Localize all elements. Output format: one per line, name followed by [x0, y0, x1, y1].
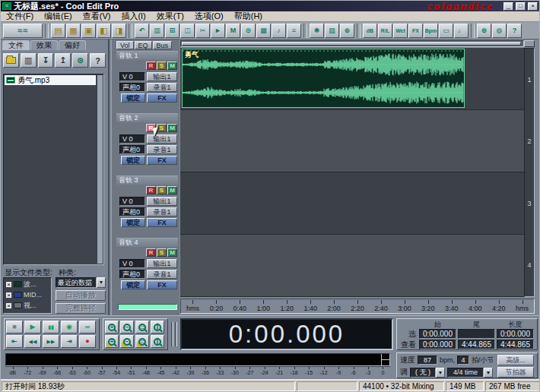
output-button[interactable]: 输出1: [147, 134, 177, 144]
block-edit-button[interactable]: ▭: [439, 24, 453, 38]
pan-field[interactable]: 声相0: [119, 270, 145, 279]
new-session-button[interactable]: ▤: [51, 24, 65, 38]
fullpath-button[interactable]: 完整路径: [56, 303, 106, 314]
audio-clip[interactable]: 勇气: [182, 49, 465, 108]
selection-end-field[interactable]: [458, 329, 495, 339]
sort-select[interactable]: 最近的数据 ▼: [56, 277, 106, 288]
play-looped-button[interactable]: ◉: [61, 321, 78, 334]
zoom-selection-edge-button[interactable]: ┃: [151, 335, 164, 348]
menu-item[interactable]: 帮助(H): [229, 11, 268, 21]
speed-field[interactable]: 87: [418, 356, 437, 365]
tab-bus[interactable]: Bus: [153, 41, 173, 49]
solo-button[interactable]: S: [157, 248, 167, 257]
record-arm-button[interactable]: R: [146, 248, 156, 257]
rewind-button[interactable]: ◀◀: [24, 335, 41, 348]
tab-vol[interactable]: Vol: [116, 41, 134, 49]
menu-item[interactable]: 编辑(E): [39, 11, 78, 21]
loop-duplicate-button[interactable]: ▨: [325, 24, 339, 38]
track-title[interactable]: 音轨 3: [116, 175, 178, 185]
fx-button[interactable]: FX: [147, 156, 177, 165]
file-list-item[interactable]: 勇气.mp3: [5, 75, 96, 85]
tab-eq[interactable]: EQ: [135, 41, 152, 49]
filter-row-video[interactable]: × 视...: [5, 300, 49, 311]
menu-item[interactable]: 选项(O): [189, 11, 229, 21]
volume-field[interactable]: V 0: [119, 72, 145, 81]
zoom-to-selection-button[interactable]: ┃: [151, 321, 164, 334]
chevron-down-icon[interactable]: ▼: [436, 368, 445, 378]
timeline-ruler[interactable]: hms0:200:401:001:201:402:002:202:403:003…: [180, 299, 535, 314]
chevron-down-icon[interactable]: ▼: [484, 368, 493, 378]
tab-favorites[interactable]: 偏好: [59, 40, 86, 50]
output-button[interactable]: 输出1: [147, 259, 177, 268]
key-select[interactable]: ( 无 ) ▼: [410, 368, 445, 378]
fx-button[interactable]: FX: [147, 280, 177, 289]
fast-forward-button[interactable]: ▶▶: [43, 335, 59, 348]
time-display[interactable]: 0:00.000: [180, 318, 393, 350]
grid-snap-button[interactable]: ▩: [256, 24, 271, 38]
help-button[interactable]: ?: [507, 24, 522, 38]
volume-envelope-button[interactable]: dB: [363, 24, 377, 38]
zoom-in-left-edge-button[interactable]: +: [105, 335, 119, 348]
track-lane-2[interactable]: [180, 110, 524, 172]
level-meter[interactable]: [5, 353, 390, 366]
output-button[interactable]: 输出1: [147, 72, 177, 81]
solo-button[interactable]: S: [157, 186, 167, 194]
close-button[interactable]: ×: [528, 2, 538, 11]
track-lane-1[interactable]: 勇气: [180, 48, 524, 110]
menu-item[interactable]: 效果(T): [151, 11, 189, 21]
filter-row-wave[interactable]: × 波...: [5, 279, 49, 289]
go-to-end-button[interactable]: ⇥: [61, 335, 78, 348]
zoom-out-full-button[interactable]: ▭: [135, 335, 149, 348]
view-end-field[interactable]: 4:44.865: [458, 340, 495, 349]
midi-filter-checkbox[interactable]: ×: [5, 292, 12, 299]
insert-cdlist-button[interactable]: ↥: [55, 53, 71, 68]
mute-button[interactable]: M: [167, 186, 177, 194]
mute-button[interactable]: M: [167, 62, 177, 70]
clip-lock-button[interactable]: ♪: [272, 24, 286, 38]
menu-item[interactable]: 文件(F): [1, 11, 39, 21]
window-grid-button[interactable]: ⊞: [165, 24, 179, 38]
track-title[interactable]: 音轨 2: [116, 113, 178, 122]
view-start-field[interactable]: 0:00.000: [419, 340, 456, 349]
pause-button[interactable]: ▮▮: [43, 321, 59, 334]
fx-button[interactable]: FX: [147, 93, 177, 103]
punch-in-button[interactable]: M: [226, 24, 240, 38]
mute-button[interactable]: M: [167, 124, 177, 132]
wave-filter-checkbox[interactable]: ×: [5, 281, 12, 288]
track-lane-4[interactable]: [180, 235, 524, 297]
settings-button[interactable]: ⊛: [477, 24, 491, 38]
close-file-button[interactable]: ▥: [21, 53, 37, 68]
record-device-button[interactable]: 录音1: [147, 270, 177, 279]
play-button[interactable]: ▶: [24, 321, 41, 334]
loop-properties-button[interactable]: ⊕: [340, 24, 354, 38]
track-number-strip[interactable]: 1234: [524, 48, 535, 297]
maximize-button[interactable]: □: [516, 2, 526, 11]
zoom-out-button[interactable]: −: [120, 321, 134, 334]
mute-button[interactable]: M: [167, 248, 177, 257]
loop-button[interactable]: ∞: [79, 321, 96, 334]
mixer-button[interactable]: ♩: [454, 24, 469, 38]
file-list[interactable]: 勇气.mp3: [3, 74, 104, 265]
lock-button[interactable]: 锁定: [121, 280, 145, 289]
record-button[interactable]: ●: [79, 335, 96, 348]
tempo-envelope-button[interactable]: Bpm: [424, 24, 438, 38]
stop-button[interactable]: ■: [6, 321, 23, 334]
pan-field[interactable]: 声相0: [119, 207, 145, 217]
timesig-select[interactable]: 4/4 time ▼: [447, 368, 493, 378]
selection-start-field[interactable]: 0:00.000: [419, 329, 456, 339]
output-button[interactable]: 输出1: [147, 197, 177, 206]
fx-button[interactable]: FX: [147, 218, 177, 227]
horizontal-scrollbar[interactable]: [180, 40, 524, 47]
pan-field[interactable]: 声相0: [119, 145, 145, 154]
loop-edit-button[interactable]: ✱: [310, 24, 324, 38]
tab-files[interactable]: 文件: [2, 40, 30, 50]
solo-button[interactable]: S: [157, 62, 167, 70]
selection-length-field[interactable]: 0:00.000: [497, 329, 534, 339]
lock-button[interactable]: 锁定: [121, 156, 145, 165]
insert-multitrack-button[interactable]: ↧: [38, 53, 54, 68]
go-to-start-button[interactable]: ⇤: [6, 335, 23, 348]
track-lane-3[interactable]: [180, 172, 524, 235]
save-session-button[interactable]: ◧: [97, 24, 111, 38]
save-as-button[interactable]: ◨: [112, 24, 126, 38]
lock-button[interactable]: 锁定: [121, 93, 145, 103]
